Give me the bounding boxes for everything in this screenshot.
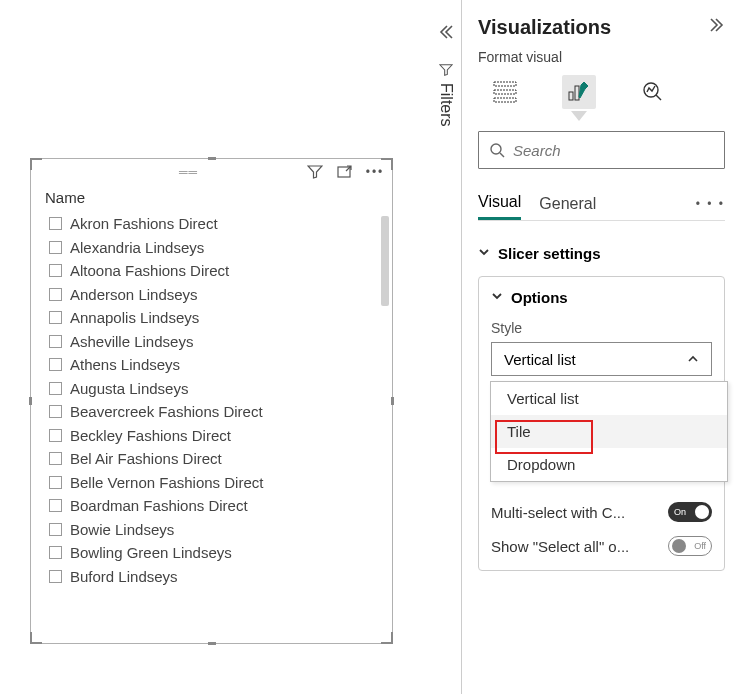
slicer-header: ══ ••• [31, 159, 392, 185]
svg-rect-1 [494, 82, 516, 86]
visualizations-pane: Visualizations Format visual Visual Gene… [461, 0, 737, 694]
slicer-item-label: Altoona Fashions Direct [70, 262, 229, 279]
style-option-vertical-list[interactable]: Vertical list [491, 382, 727, 415]
resize-handle-tr[interactable] [381, 158, 393, 170]
slicer-item-label: Athens Lindseys [70, 356, 180, 373]
checkbox[interactable] [49, 358, 62, 371]
checkbox[interactable] [49, 311, 62, 324]
format-visual-icon[interactable] [562, 75, 596, 109]
checkbox[interactable] [49, 382, 62, 395]
section-slicer-settings[interactable]: Slicer settings [478, 245, 725, 262]
slicer-item-label: Buford Lindseys [70, 568, 178, 585]
resize-handle-b[interactable] [208, 642, 216, 645]
checkbox[interactable] [49, 499, 62, 512]
checkbox[interactable] [49, 264, 62, 277]
checkbox[interactable] [49, 335, 62, 348]
checkbox[interactable] [49, 523, 62, 536]
style-select[interactable]: Vertical list [491, 342, 712, 376]
drag-handle[interactable]: ══ [179, 165, 198, 179]
checkbox[interactable] [49, 405, 62, 418]
slicer-item-label: Augusta Lindseys [70, 380, 188, 397]
slicer-item-label: Bowling Green Lindseys [70, 544, 232, 561]
slicer-item-label: Beavercreek Fashions Direct [70, 403, 263, 420]
slicer-item-label: Akron Fashions Direct [70, 215, 218, 232]
slicer-item[interactable]: Bel Air Fashions Direct [49, 447, 392, 471]
slicer-field-label: Name [31, 185, 392, 212]
svg-rect-5 [575, 86, 579, 100]
svg-rect-2 [494, 90, 516, 94]
chevron-down-icon [478, 246, 490, 261]
expand-pane-icon[interactable] [709, 17, 725, 38]
slicer-item-label: Bowie Lindseys [70, 521, 174, 538]
search-box[interactable] [478, 131, 725, 169]
select-all-toggle[interactable]: Off [668, 536, 712, 556]
filters-rail: Filters [431, 0, 461, 694]
search-icon [489, 142, 505, 158]
checkbox[interactable] [49, 429, 62, 442]
checkbox[interactable] [49, 570, 62, 583]
slicer-item-label: Alexandria Lindseys [70, 239, 204, 256]
style-option-dropdown[interactable]: Dropdown [491, 448, 727, 481]
slicer-item[interactable]: Boardman Fashions Direct [49, 494, 392, 518]
slicer-item-label: Bel Air Fashions Direct [70, 450, 222, 467]
pane-title: Visualizations [478, 16, 611, 39]
collapse-filters-icon[interactable] [438, 24, 454, 45]
checkbox[interactable] [49, 452, 62, 465]
checkbox[interactable] [49, 241, 62, 254]
focus-mode-icon[interactable] [336, 163, 354, 181]
resize-handle-t[interactable] [208, 157, 216, 160]
filters-pane-label[interactable]: Filters [437, 55, 455, 127]
format-tool-row [478, 71, 725, 109]
resize-handle-tl[interactable] [30, 158, 42, 170]
filter-icon[interactable] [306, 163, 324, 181]
slicer-item[interactable]: Akron Fashions Direct [49, 212, 392, 236]
slicer-item-label: Beckley Fashions Direct [70, 427, 231, 444]
style-label: Style [491, 320, 712, 336]
slicer-item[interactable]: Annapolis Lindseys [49, 306, 392, 330]
slicer-item-label: Anderson Lindseys [70, 286, 198, 303]
svg-point-7 [491, 144, 501, 154]
options-card: Options Style Vertical list Vertical lis… [478, 276, 725, 571]
checkbox[interactable] [49, 217, 62, 230]
slicer-item[interactable]: Buford Lindseys [49, 565, 392, 589]
tabs-more-icon[interactable]: • • • [696, 197, 725, 211]
scrollbar-thumb[interactable] [381, 216, 389, 306]
slicer-item[interactable]: Beckley Fashions Direct [49, 424, 392, 448]
slicer-item[interactable]: Athens Lindseys [49, 353, 392, 377]
build-visual-icon[interactable] [488, 75, 522, 109]
slicer-item[interactable]: Altoona Fashions Direct [49, 259, 392, 283]
slicer-item[interactable]: Belle Vernon Fashions Direct [49, 471, 392, 495]
format-tabs: Visual General • • • [478, 187, 725, 221]
svg-rect-4 [569, 92, 573, 100]
checkbox[interactable] [49, 546, 62, 559]
search-input[interactable] [513, 142, 714, 159]
slicer-item-label: Belle Vernon Fashions Direct [70, 474, 263, 491]
slicer-item-label: Annapolis Lindseys [70, 309, 199, 326]
slicer-item[interactable]: Beavercreek Fashions Direct [49, 400, 392, 424]
multi-select-row: Multi-select with C... On [491, 502, 712, 522]
slicer-item-label: Boardman Fashions Direct [70, 497, 248, 514]
tab-visual[interactable]: Visual [478, 187, 521, 220]
pane-subtitle: Format visual [478, 49, 725, 65]
select-all-row: Show "Select all" o... Off [491, 536, 712, 556]
slicer-item-list[interactable]: Akron Fashions DirectAlexandria Lindseys… [31, 212, 392, 640]
svg-rect-3 [494, 98, 516, 102]
multi-select-toggle[interactable]: On [668, 502, 712, 522]
slicer-item[interactable]: Asheville Lindseys [49, 330, 392, 354]
checkbox[interactable] [49, 288, 62, 301]
report-canvas[interactable]: ══ ••• Name Akron Fashions DirectAlexand… [0, 0, 431, 694]
style-option-tile[interactable]: Tile [491, 415, 727, 448]
chevron-down-icon [491, 290, 503, 305]
slicer-item[interactable]: Augusta Lindseys [49, 377, 392, 401]
slicer-item[interactable]: Bowie Lindseys [49, 518, 392, 542]
slicer-item-label: Asheville Lindseys [70, 333, 193, 350]
slicer-visual[interactable]: ══ ••• Name Akron Fashions DirectAlexand… [30, 158, 393, 644]
card-options-header[interactable]: Options [491, 289, 712, 306]
slicer-item[interactable]: Bowling Green Lindseys [49, 541, 392, 565]
tab-general[interactable]: General [539, 189, 596, 219]
slicer-item[interactable]: Alexandria Lindseys [49, 236, 392, 260]
style-dropdown: Vertical list Tile Dropdown [490, 381, 728, 482]
slicer-item[interactable]: Anderson Lindseys [49, 283, 392, 307]
checkbox[interactable] [49, 476, 62, 489]
analytics-icon[interactable] [636, 75, 670, 109]
